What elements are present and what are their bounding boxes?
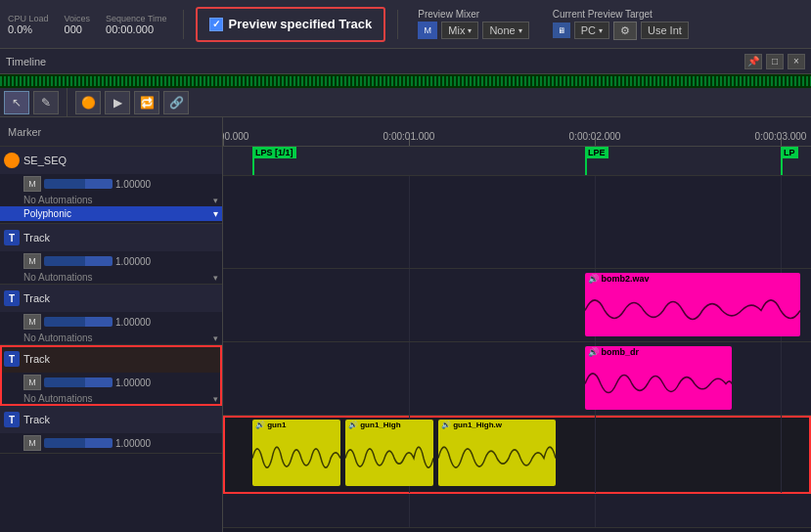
track-t-icon-4: T bbox=[4, 412, 20, 427]
track-header-4[interactable]: T Track bbox=[0, 406, 222, 433]
clip-label-gun1: 🔊 gun1 bbox=[252, 420, 340, 430]
track-lane-1[interactable]: 🔊 bomb2.wav bbox=[223, 269, 811, 342]
timeline-area[interactable]: 0:00:00.000 0:00:01.000 0:00:02.000 0:00… bbox=[223, 117, 811, 532]
track-lane-seseq[interactable] bbox=[223, 176, 811, 269]
snap-button[interactable]: 🟠 bbox=[75, 91, 101, 114]
preview-track-checkbox[interactable]: ✓ bbox=[209, 18, 223, 31]
fader-2[interactable] bbox=[44, 317, 113, 327]
no-auto-dropdown-2[interactable]: ▾ bbox=[213, 333, 218, 343]
track-item-2: T Track M 1.00000 No Automations ▾ bbox=[0, 285, 222, 345]
grid-line-t1-1 bbox=[409, 269, 410, 341]
track-header-1[interactable]: T Track bbox=[0, 224, 222, 251]
fader-3[interactable] bbox=[44, 377, 113, 387]
main-area: Marker SE_SEQ M 1.00000 No Automations ▾… bbox=[0, 117, 811, 532]
grid-line-t3-3 bbox=[781, 416, 782, 493]
draw-tool-button[interactable]: ✎ bbox=[33, 91, 59, 114]
link-button[interactable]: 🔗 bbox=[163, 91, 189, 114]
fader-value-2: 1.00000 bbox=[115, 317, 162, 328]
none-select[interactable]: None ▾ bbox=[482, 22, 528, 39]
track-header-seseq[interactable]: SE_SEQ bbox=[0, 147, 222, 174]
track-header-2[interactable]: T Track bbox=[0, 285, 222, 312]
preview-track-button[interactable]: ✓ Preview specified Track bbox=[196, 7, 386, 42]
grid-line-t2-3 bbox=[781, 342, 782, 415]
clip-gun1highw[interactable]: 🔊 gun1_High.w bbox=[438, 420, 556, 486]
fader-4[interactable] bbox=[44, 438, 113, 448]
no-auto-label-2: No Automations bbox=[23, 332, 93, 343]
tl-restore-button[interactable]: □ bbox=[766, 54, 784, 69]
tl-close-button[interactable]: × bbox=[788, 54, 805, 69]
mute-button-4[interactable]: M bbox=[23, 435, 41, 451]
fader-value-1: 1.00000 bbox=[115, 256, 162, 267]
fader-1[interactable] bbox=[44, 256, 113, 266]
tick-label-2: 0:00:02.000 bbox=[569, 131, 621, 142]
tl-pin-button[interactable]: 📌 bbox=[744, 54, 762, 69]
mute-button-2[interactable]: M bbox=[23, 314, 41, 330]
fader-seseq[interactable] bbox=[44, 179, 113, 189]
none-chevron: ▾ bbox=[518, 26, 522, 35]
clip-waveform-gun1highw bbox=[438, 430, 556, 486]
polyphonic-dropdown[interactable]: ▾ bbox=[213, 208, 218, 219]
no-auto-dropdown-3[interactable]: ▾ bbox=[213, 394, 218, 404]
fader-value-seseq: 1.00000 bbox=[115, 179, 162, 190]
timeline-content: LPS [1/1] LPE LP 🔊 bo bbox=[223, 147, 811, 532]
no-auto-3: No Automations ▾ bbox=[0, 392, 222, 405]
timeline-header: Timeline 📌 □ × bbox=[0, 49, 811, 74]
mute-button-seseq[interactable]: M bbox=[23, 176, 41, 192]
clip-bombdr[interactable]: 🔊 bomb_dr bbox=[585, 346, 732, 410]
lp-label: LP bbox=[781, 147, 798, 158]
polyphonic-label: Polyphonic bbox=[23, 208, 71, 219]
track-lane-4[interactable] bbox=[223, 494, 811, 528]
preview-track-label: Preview specified Track bbox=[229, 17, 373, 31]
waveform-overview-strip[interactable] bbox=[0, 74, 811, 88]
cpu-section: CPU Load 0.0% bbox=[4, 12, 53, 37]
play-button[interactable]: ▶ bbox=[105, 91, 130, 114]
separator2 bbox=[397, 10, 398, 39]
clip-waveform-bombdr bbox=[585, 358, 732, 410]
lpe-label: LPE bbox=[585, 147, 608, 158]
track-t-icon-1: T bbox=[4, 230, 20, 245]
pc-select[interactable]: PC ▾ bbox=[574, 22, 609, 39]
mute-button-1[interactable]: M bbox=[23, 253, 41, 269]
target-controls: 🖥 PC ▾ ⚙ Use Int bbox=[553, 22, 689, 40]
cpu-label: CPU Load bbox=[8, 14, 49, 23]
time-ruler: 0:00:00.000 0:00:01.000 0:00:02.000 0:00… bbox=[223, 117, 811, 147]
clip-waveform-gun1 bbox=[252, 430, 340, 486]
marker-label: Marker bbox=[8, 126, 41, 138]
use-int-button[interactable]: Use Int bbox=[641, 22, 689, 39]
current-target-section: Current Preview Target 🖥 PC ▾ ⚙ Use Int bbox=[553, 9, 689, 40]
track-name-4: Track bbox=[23, 414, 218, 425]
track-name-seseq: SE_SEQ bbox=[23, 155, 218, 166]
track-controls-seseq: M 1.00000 bbox=[0, 174, 222, 194]
select-tool-button[interactable]: ↖ bbox=[4, 91, 29, 114]
clip-gun1[interactable]: 🔊 gun1 bbox=[252, 420, 340, 486]
marker-row: Marker bbox=[0, 117, 222, 147]
track-name-1: Track bbox=[23, 232, 218, 244]
clip-waveform-gun1high bbox=[345, 430, 433, 486]
track-item-4: T Track M 1.00000 bbox=[0, 406, 222, 454]
mix-chevron: ▾ bbox=[468, 26, 472, 35]
track-lane-3[interactable]: 🔊 gun1 🔊 gun1_High bbox=[223, 416, 811, 494]
mute-button-3[interactable]: M bbox=[23, 375, 41, 390]
clip-gun1high[interactable]: 🔊 gun1_High bbox=[345, 420, 433, 486]
grid-line-1 bbox=[409, 176, 410, 268]
current-target-title: Current Preview Target bbox=[553, 9, 689, 20]
grid-line-2 bbox=[595, 176, 596, 268]
clip-bomb2wav[interactable]: 🔊 bomb2.wav bbox=[585, 273, 800, 336]
mix-select[interactable]: Mix ▾ bbox=[441, 22, 478, 39]
gear-button[interactable]: ⚙ bbox=[613, 22, 637, 40]
track-lane-2[interactable]: 🔊 bomb_dr bbox=[223, 342, 811, 416]
fader-value-3: 1.00000 bbox=[115, 377, 162, 388]
track-controls-2: M 1.00000 bbox=[0, 312, 222, 332]
seq-value: 00:00.000 bbox=[106, 23, 167, 35]
voices-section: Voices 000 bbox=[61, 12, 95, 37]
track-header-3[interactable]: T Track bbox=[0, 345, 222, 373]
clip-label-bombdr: 🔊 bomb_dr bbox=[585, 346, 732, 358]
track-controls-4: M 1.00000 bbox=[0, 433, 222, 453]
no-auto-seseq: No Automations ▾ bbox=[0, 194, 222, 206]
no-auto-dropdown-seseq[interactable]: ▾ bbox=[213, 196, 218, 205]
tool-sep1 bbox=[67, 88, 68, 117]
clip-waveform-bomb2wav bbox=[585, 285, 800, 336]
pc-icon: 🖥 bbox=[553, 22, 570, 38]
loop-button[interactable]: 🔁 bbox=[134, 91, 159, 114]
no-auto-dropdown-1[interactable]: ▾ bbox=[213, 273, 218, 283]
